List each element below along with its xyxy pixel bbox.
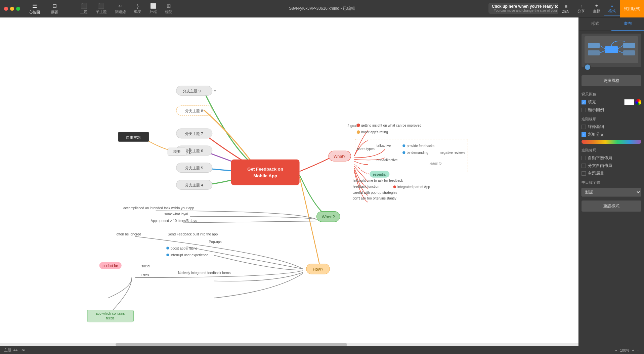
svg-text:[: [: [189, 147, 191, 154]
maximize-button[interactable]: [16, 7, 20, 11]
trial-button[interactable]: 試用版式: [620, 0, 644, 17]
preview-svg: [584, 36, 639, 63]
fill-checkbox[interactable]: ✓: [582, 100, 586, 104]
reset-style-button[interactable]: 重設樣式: [582, 201, 641, 212]
svg-text:news: news: [141, 273, 149, 276]
cjk-font-select[interactable]: 默認: [582, 188, 641, 196]
rainbow-label: 彩虹分支: [588, 132, 604, 137]
svg-text:Pop-ups: Pop-ups: [209, 240, 222, 244]
free-branch-checkbox[interactable]: [582, 164, 586, 168]
mindmap-icon: ☰: [32, 3, 37, 9]
svg-text:Send Feedback built into the a: Send Feedback built into the app: [168, 232, 218, 236]
format-btn[interactable]: ≡ 格式: [604, 2, 620, 15]
svg-text:自由主題: 自由主題: [126, 135, 141, 139]
svg-point-35: [402, 151, 405, 154]
svg-point-33: [402, 144, 405, 147]
tool-boundary[interactable]: ⬜ 外框: [146, 2, 160, 15]
svg-text:provide feedbacks: provide feedbacks: [406, 144, 434, 148]
svg-text:feedback function: feedback function: [352, 185, 379, 188]
show-image-checkbox[interactable]: [582, 108, 586, 112]
svg-text:perfect for: perfect for: [102, 264, 118, 268]
zoom-level: 100%: [620, 348, 629, 352]
svg-text:分支主題 6: 分支主題 6: [185, 149, 203, 153]
svg-point-58: [166, 247, 169, 250]
svg-text:分支主題 5: 分支主題 5: [185, 166, 203, 170]
color-picker-btn[interactable]: [635, 99, 641, 105]
panel-tabs: 樣式 畫布: [579, 17, 644, 31]
svg-rect-75: [623, 50, 635, 55]
svg-text:accomplished an intended task : accomplished an intended task within you…: [123, 206, 194, 210]
svg-text:What?: What?: [334, 154, 346, 159]
svg-text:negative reviews: negative reviews: [440, 151, 465, 154]
tool-subtopic[interactable]: ⬛ 子主題: [92, 2, 110, 15]
svg-point-25: [357, 124, 360, 127]
svg-text:somewhat loyal: somewhat loyal: [164, 212, 188, 216]
share-btn[interactable]: ↑ 分享: [573, 3, 589, 15]
rainbow-checkbox[interactable]: ✓: [582, 132, 586, 137]
svg-point-44: [393, 185, 396, 188]
svg-text:integrated part of App: integrated part of App: [397, 185, 430, 189]
svg-text:app which contains: app which contains: [96, 312, 125, 315]
svg-text:分支主題 8: 分支主題 8: [185, 109, 203, 113]
svg-text:分支主題 7: 分支主題 7: [185, 132, 203, 136]
svg-text:boost app's rating: boost app's rating: [170, 247, 197, 250]
tool-summary[interactable]: } 概要: [131, 2, 145, 15]
fill-label: 填充: [588, 99, 596, 105]
cjk-font-title: 中日韓字體: [579, 177, 644, 186]
tool-connection[interactable]: ↩ 關連線: [112, 2, 129, 15]
color-white-box[interactable]: [624, 99, 634, 105]
right-panel: 樣式 畫布 更換風格 背景顏色: [578, 17, 644, 346]
svg-rect-1: [231, 160, 300, 185]
svg-text:interrupt user experience: interrupt user experience: [170, 253, 208, 257]
bookmark-btn[interactable]: ★ 畫標: [589, 2, 604, 15]
show-image-row: 顯示圖例: [579, 106, 644, 114]
nav-mindmap[interactable]: ☰ 心智圖: [24, 1, 45, 16]
rainbow-row: ✓ 彩虹分支: [579, 131, 644, 138]
svg-text:Natively integrated feedback f: Natively integrated feedback forms: [178, 271, 231, 275]
taper-label: 線條漸細: [588, 124, 604, 130]
status-right: − 100% + ⌄: [615, 348, 640, 352]
svg-text:How?: How?: [313, 267, 323, 272]
outline-icon: ⊟: [52, 3, 57, 9]
advanced-shape-title: 進階線形: [579, 114, 644, 123]
eye-icon: 👁: [22, 348, 25, 352]
svg-text:feeds: feeds: [106, 316, 115, 320]
canvas-area[interactable]: Get Feedback on Mobile App 分支主題 9 ≡ 分支主題…: [0, 17, 578, 346]
nav-outline-label: 綱要: [51, 10, 58, 15]
titlebar: ☰ 心智圖 ⊟ 綱要 ⬛ 主題 ⬛ 子主題 ↩ 關連線 } 概要 ⬜ 外框 ⊞: [0, 0, 644, 17]
toolbar: ⬛ 主題 ⬛ 子主題 ↩ 關連線 } 概要 ⬜ 外框 ⊞ 標記: [77, 2, 176, 15]
svg-text:social: social: [141, 264, 150, 268]
statusbar: 主題: 44 👁 − 100% + ⌄: [0, 346, 644, 354]
topic-level-label: 主題層量: [588, 171, 604, 176]
zoom-dropdown-icon[interactable]: ⌄: [637, 348, 640, 352]
svg-text:getting insight on what can be: getting insight on what can be improved: [361, 124, 421, 127]
topic-level-checkbox[interactable]: [582, 171, 586, 176]
background-color-section-title: 背景顏色: [579, 89, 644, 98]
color-circle[interactable]: [584, 64, 591, 71]
tab-style[interactable]: 樣式: [579, 17, 611, 31]
zoom-in-btn[interactable]: +: [632, 348, 634, 352]
change-style-button[interactable]: 更換風格: [582, 75, 641, 86]
tool-mark[interactable]: ⊞ 標記: [162, 2, 176, 15]
zoom-out-btn[interactable]: −: [615, 348, 617, 352]
minimize-button[interactable]: [10, 7, 14, 11]
svg-text:non-talkactive: non-talkactive: [377, 158, 398, 162]
right-toolbar: ⊞ ZEN ↑ 分享 ★ 畫標 ≡ 格式 試用版式: [558, 0, 644, 17]
main-content: Get Feedback on Mobile App 分支主題 9 ≡ 分支主題…: [0, 17, 644, 346]
svg-point-60: [166, 254, 169, 256]
svg-text:≡: ≡: [214, 89, 216, 93]
free-branch-row: 分支自由佈局: [579, 162, 644, 170]
left-nav: ☰ 心智圖 ⊟ 綱要: [24, 1, 63, 16]
topic-level-row: 主題層量: [579, 170, 644, 177]
auto-balance-checkbox[interactable]: [582, 156, 586, 160]
nav-outline[interactable]: ⊟ 綱要: [45, 1, 63, 16]
tool-topic[interactable]: ⬛ 主題: [77, 2, 91, 15]
auto-balance-row: 自動平衡佈局: [579, 154, 644, 162]
zen-btn[interactable]: ⊞ ZEN: [558, 3, 573, 15]
close-button[interactable]: [4, 7, 8, 11]
svg-text:分支主題 9: 分支主題 9: [183, 89, 201, 93]
svg-text:users types: users types: [357, 147, 375, 151]
svg-text:When?: When?: [322, 215, 335, 219]
tab-canvas[interactable]: 畫布: [611, 17, 644, 31]
taper-checkbox[interactable]: [582, 125, 586, 129]
